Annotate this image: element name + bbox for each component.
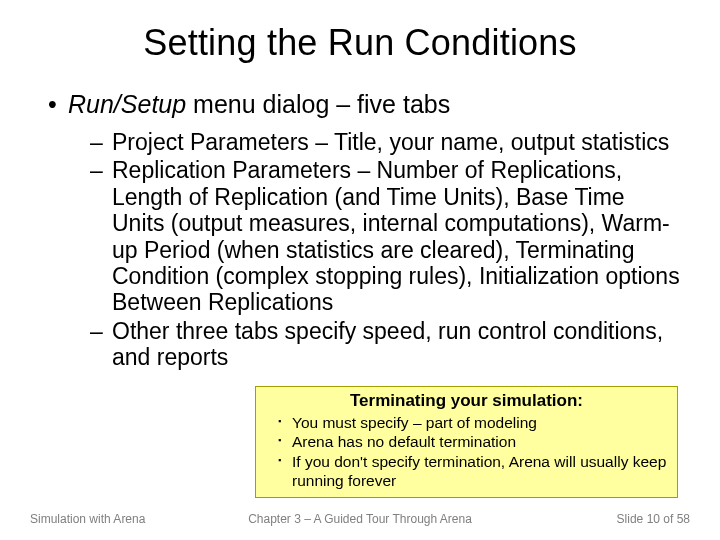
top-bullet-list: Run/Setup menu dialog – five tabs Projec…: [40, 90, 680, 371]
sub-project-parameters: Project Parameters – Title, your name, o…: [90, 129, 680, 155]
footer-center: Chapter 3 – A Guided Tour Through Arena: [248, 512, 472, 526]
slide-title: Setting the Run Conditions: [40, 22, 680, 64]
callout-item: Arena has no default termination: [278, 432, 669, 451]
bullet-italic: Run/Setup: [68, 90, 186, 118]
callout-box: Terminating your simulation: You must sp…: [255, 386, 678, 498]
callout-title: Terminating your simulation:: [264, 391, 669, 411]
sub-replication-parameters: Replication Parameters – Number of Repli…: [90, 157, 680, 316]
bullet-rest: menu dialog – five tabs: [186, 90, 450, 118]
footer-left: Simulation with Arena: [30, 512, 145, 526]
callout-item: If you don't specify termination, Arena …: [278, 452, 669, 491]
footer: Simulation with Arena Chapter 3 – A Guid…: [0, 512, 720, 526]
sub-bullet-list: Project Parameters – Title, your name, o…: [68, 129, 680, 371]
callout-item: You must specify – part of modeling: [278, 413, 669, 432]
slide: Setting the Run Conditions Run/Setup men…: [0, 0, 720, 540]
callout-list: You must specify – part of modeling Aren…: [264, 413, 669, 491]
footer-right: Slide 10 of 58: [617, 512, 690, 526]
bullet-run-setup: Run/Setup menu dialog – five tabs Projec…: [48, 90, 680, 371]
sub-other-tabs: Other three tabs specify speed, run cont…: [90, 318, 680, 371]
